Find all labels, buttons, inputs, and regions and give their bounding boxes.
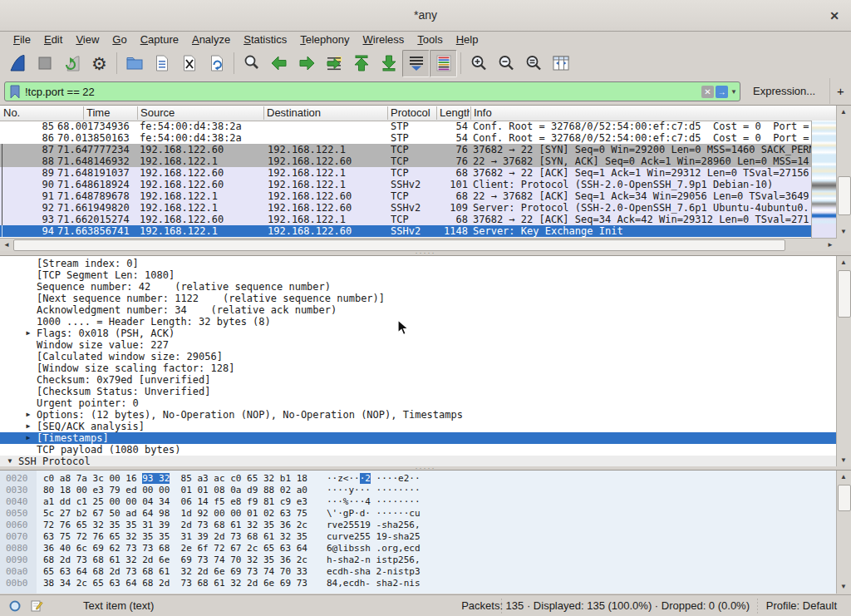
colorize-packets-icon[interactable] (430, 50, 457, 77)
scroll-up-icon[interactable]: ▲ (837, 106, 850, 119)
packet-row-90[interactable]: 9071.648618924192.168.122.60192.168.122.… (0, 179, 812, 190)
zoom-original-icon[interactable] (519, 50, 547, 77)
detail-line[interactable]: ▶Flags: 0x018 (PSH, ACK) (0, 328, 837, 339)
packet-row-93[interactable]: 9371.662015274192.168.122.60192.168.122.… (0, 214, 812, 225)
hex-row-00a0[interactable]: 00a065 63 64 68 2d 73 68 61 32 2d 6e 69 … (0, 566, 837, 578)
menu-edit[interactable]: Edit (37, 32, 69, 48)
menu-view[interactable]: View (69, 32, 106, 48)
detail-line[interactable]: Checksum: 0x79ed [unverified] (0, 374, 837, 386)
packet-row-92[interactable]: 9271.661949820192.168.122.1192.168.122.6… (0, 202, 812, 214)
expert-info-icon[interactable] (8, 599, 22, 615)
file-open-icon[interactable] (121, 50, 148, 77)
file-reload-icon[interactable] (203, 50, 230, 77)
hex-row-0040[interactable]: 0040a1 dd c1 25 00 00 04 34 06 14 f5 e8 … (0, 496, 837, 508)
scroll-thumb[interactable] (838, 176, 851, 215)
close-icon[interactable]: ✕ (825, 7, 844, 25)
col-header-time[interactable]: Time (86, 106, 136, 121)
hex-bytes[interactable]: 65 63 64 68 2d 73 68 61 32 2d 6e 69 73 7… (43, 566, 307, 578)
packet-row-94[interactable]: 9471.663856741192.168.122.1192.168.122.6… (0, 225, 812, 237)
detail-line[interactable]: ▶[SEQ/ACK analysis] (0, 421, 837, 432)
hex-row-0070[interactable]: 007063 75 72 76 65 32 35 35 31 39 2d 73 … (0, 531, 837, 543)
resize-columns-icon[interactable] (547, 50, 574, 77)
packet-list-vscrollbar[interactable]: ▲ ▼ (836, 106, 851, 239)
detail-line[interactable]: Window size value: 227 (0, 339, 837, 351)
hex-bytes[interactable]: 38 34 2c 65 63 64 68 2d 73 68 61 32 2d 6… (43, 578, 307, 589)
hex-ascii[interactable]: h-sha2-n istp256, (327, 554, 421, 566)
detail-line[interactable]: [Next sequence number: 1122 (relative se… (0, 293, 837, 304)
scroll-right-icon[interactable]: ► (824, 239, 837, 252)
filter-clear-icon[interactable]: ✕ (701, 86, 714, 98)
display-filter-input[interactable]: !tcp.port == 22 ✕ → ▼ (4, 81, 740, 101)
hex-row-0020[interactable]: 0020c0 a8 7a 3c 00 16 93 32 85 a3 ac c0 … (0, 473, 837, 485)
hex-bytes[interactable]: c0 a8 7a 3c 00 16 93 32 85 a3 ac c0 65 3… (43, 473, 307, 485)
col-header-destination[interactable]: Destination (267, 106, 385, 121)
packet-list-minimap[interactable] (811, 121, 837, 239)
detail-line[interactable]: Acknowledgment number: 34 (relative ack … (0, 304, 837, 316)
hex-row-0080[interactable]: 008036 40 6c 69 62 73 73 68 2e 6f 72 67 … (0, 543, 837, 554)
detail-line[interactable]: Urgent pointer: 0 (0, 397, 837, 409)
scroll-down-icon[interactable]: ▼ (837, 225, 850, 239)
expand-icon[interactable]: ▶ (23, 409, 33, 421)
detail-line[interactable]: Sequence number: 42 (relative sequence n… (0, 281, 837, 293)
scroll-thumb[interactable] (838, 485, 851, 511)
detail-line[interactable]: [TCP Segment Len: 1080] (0, 269, 837, 281)
go-last-icon[interactable] (375, 50, 402, 77)
expand-icon[interactable]: ▶ (23, 432, 33, 444)
menu-file[interactable]: File (7, 32, 37, 48)
col-header-protocol[interactable]: Protocol (391, 106, 435, 121)
packet-row-88[interactable]: 8871.648146932192.168.122.1192.168.122.6… (0, 155, 812, 167)
go-first-icon[interactable] (347, 50, 375, 77)
expression-button[interactable]: Expression... (748, 78, 820, 104)
detail-line[interactable]: [Stream index: 0] (0, 258, 837, 269)
hex-ascii[interactable]: 84,ecdh- sha2-nis (327, 578, 421, 589)
zoom-out-icon[interactable] (492, 50, 519, 77)
menu-wireless[interactable]: Wireless (357, 32, 411, 48)
detail-line[interactable]: TCP payload (1080 bytes) (0, 444, 837, 456)
go-forward-icon[interactable] (293, 50, 320, 77)
menu-telephony[interactable]: Telephony (293, 32, 356, 48)
hex-bytes[interactable]: 68 2d 73 68 61 32 2d 6e 69 73 74 70 32 3… (43, 554, 307, 566)
hex-ascii[interactable]: rve25519 -sha256, (327, 520, 421, 531)
auto-scroll-icon[interactable] (402, 50, 430, 77)
scroll-left-icon[interactable]: ◄ (0, 239, 13, 252)
find-packet-icon[interactable] (238, 50, 265, 77)
hex-bytes[interactable]: a1 dd c1 25 00 00 04 34 06 14 f5 e8 f9 8… (43, 496, 307, 508)
hex-ascii[interactable]: ecdh-sha 2-nistp3 (327, 566, 421, 578)
filter-bookmark-icon[interactable] (5, 82, 25, 101)
filter-apply-icon[interactable]: → (716, 86, 728, 98)
scroll-down-icon[interactable]: ▼ (837, 580, 850, 594)
expand-icon[interactable]: ▶ (23, 328, 33, 339)
scroll-up-icon[interactable]: ▲ (837, 471, 850, 484)
scroll-thumb[interactable] (838, 270, 851, 318)
detail-line[interactable]: 1000 .... = Header Length: 32 bytes (8) (0, 316, 837, 328)
packet-row-91[interactable]: 9171.648789678192.168.122.1192.168.122.6… (0, 190, 812, 202)
hex-vscrollbar[interactable]: ▲ ▼ (836, 471, 851, 594)
hex-ascii[interactable]: ····y··· ········ (327, 485, 421, 496)
capture-restart-icon[interactable] (58, 50, 86, 77)
packet-row-85[interactable]: 8568.001734936fe:54:00:d4:38:2aSTP54Conf… (0, 121, 812, 132)
packet-row-86[interactable]: 8670.013850163fe:54:00:d4:38:2aSTP54Conf… (0, 132, 812, 144)
menu-statistics[interactable]: Statistics (237, 32, 293, 48)
col-header-no[interactable]: No. (3, 106, 81, 121)
hex-ascii[interactable]: curve255 19-sha25 (327, 531, 421, 543)
hex-bytes[interactable]: 5c 27 b2 67 50 ad 64 98 1d 92 00 00 01 0… (43, 508, 307, 520)
menu-tools[interactable]: Tools (411, 32, 449, 48)
menu-capture[interactable]: Capture (134, 32, 185, 48)
scroll-thumb[interactable] (13, 239, 785, 251)
detail-line[interactable]: [Checksum Status: Unverified] (0, 386, 837, 397)
expand-icon[interactable]: ▶ (23, 421, 33, 432)
col-header-source[interactable]: Source (140, 106, 261, 121)
hex-row-00b0[interactable]: 00b038 34 2c 65 63 64 68 2d 73 68 61 32 … (0, 578, 837, 589)
collapse-icon[interactable]: ▼ (5, 456, 15, 467)
detail-line[interactable]: ▶Options: (12 bytes), No-Operation (NOP)… (0, 409, 837, 421)
filter-dropdown-icon[interactable]: ▼ (728, 88, 740, 96)
hex-ascii[interactable]: ··z<···2 ····e2·· (327, 473, 421, 485)
detail-vscrollbar[interactable]: ▲ ▼ (836, 256, 851, 467)
status-profile[interactable]: Profile: Default (766, 595, 837, 616)
detail-line[interactable]: [Window size scaling factor: 128] (0, 362, 837, 374)
scroll-down-icon[interactable]: ▼ (837, 454, 850, 467)
menu-analyze[interactable]: Analyze (185, 32, 237, 48)
detail-line[interactable]: [Calculated window size: 29056] (0, 351, 837, 362)
col-header-info[interactable]: Info (474, 106, 723, 121)
hex-bytes[interactable]: 36 40 6c 69 62 73 73 68 2e 6f 72 67 2c 6… (43, 543, 307, 554)
